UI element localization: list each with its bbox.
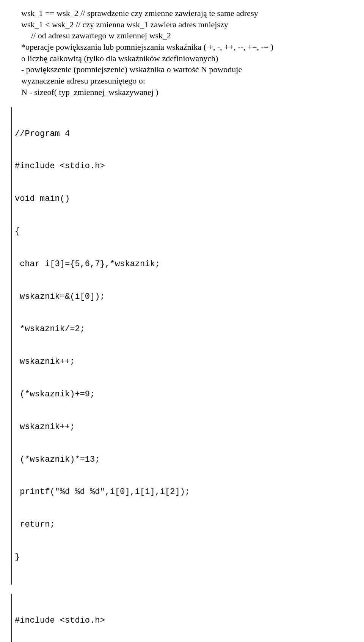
text-line: N - sizeof( typ_zmiennej_wskazywanej ) — [11, 87, 353, 98]
code-line: (*wskaznik)*=13; — [15, 454, 353, 465]
code-line: (*wskaznik)+=9; — [15, 389, 353, 400]
code-line: } — [15, 552, 353, 563]
code-line: *wskaznik/=2; — [15, 324, 353, 335]
text-line: wyznaczenie adresu przesuniętego o: — [11, 75, 353, 87]
code-line: #include <stdio.h> — [15, 161, 353, 172]
code-line: void main() — [15, 194, 353, 205]
text-line: - powiększenie (pomniejszenie) wskaźnika… — [11, 64, 353, 75]
text-line: wsk_1 < wsk_2 // czy zmienna wsk_1 zawie… — [11, 19, 353, 30]
code-line: char i[3]={5,6,7},*wskaznik; — [15, 259, 353, 270]
text-line: // od adresu zawartego w zmiennej wsk_2 — [11, 30, 353, 41]
document-body: wsk_1 == wsk_2 // sprawdzenie czy zmienn… — [11, 8, 353, 642]
code-block-2: #include <stdio.h> void main() { char i[… — [11, 594, 353, 642]
text-line: wsk_1 == wsk_2 // sprawdzenie czy zmienn… — [11, 8, 353, 19]
code-line: printf("%d %d %d",i[0],i[1],i[2]); — [15, 487, 353, 498]
code-line: { — [15, 226, 353, 237]
code-block-1: //Program 4 #include <stdio.h> void main… — [11, 107, 353, 585]
text-line: *operacje powiększania lub pomniejszania… — [11, 41, 353, 53]
code-line: //Program 4 — [15, 129, 353, 140]
code-line: #include <stdio.h> — [15, 615, 353, 626]
code-line: wskaznik=&(i[0]); — [15, 292, 353, 303]
code-line: return; — [15, 519, 353, 530]
text-line: o liczbę całkowitą (tylko dla wskaźników… — [11, 53, 353, 64]
code-line: wskaznik++; — [15, 356, 353, 368]
code-line: wskaznik++; — [15, 422, 353, 433]
